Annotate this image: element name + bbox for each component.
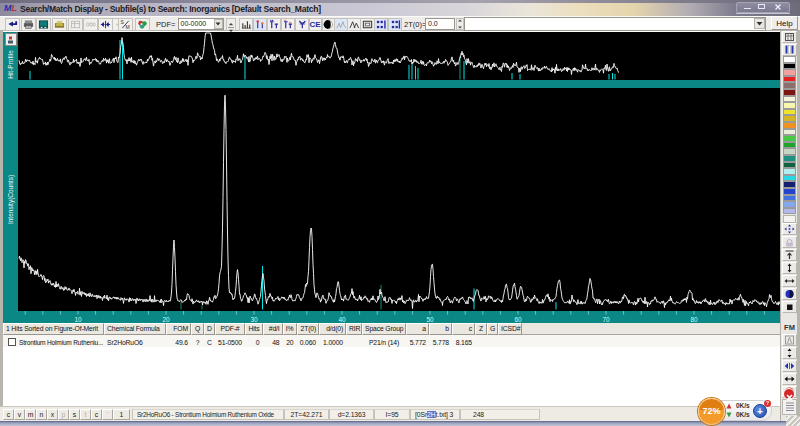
svg-text:60: 60 — [514, 316, 522, 323]
svg-text:10: 10 — [74, 316, 82, 323]
svg-text:50: 50 — [426, 316, 434, 323]
svg-text:20: 20 — [162, 316, 170, 323]
svg-text:40: 40 — [338, 316, 346, 323]
svg-text:80: 80 — [690, 316, 698, 323]
svg-text:30: 30 — [250, 316, 258, 323]
svg-text:S: S — [120, 19, 124, 25]
svg-text:70: 70 — [602, 316, 610, 323]
svg-text:M: M — [125, 24, 129, 30]
